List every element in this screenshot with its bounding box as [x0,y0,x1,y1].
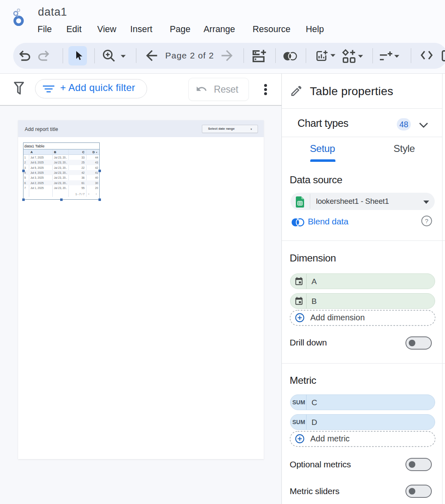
svg-text:?: ? [425,217,428,224]
